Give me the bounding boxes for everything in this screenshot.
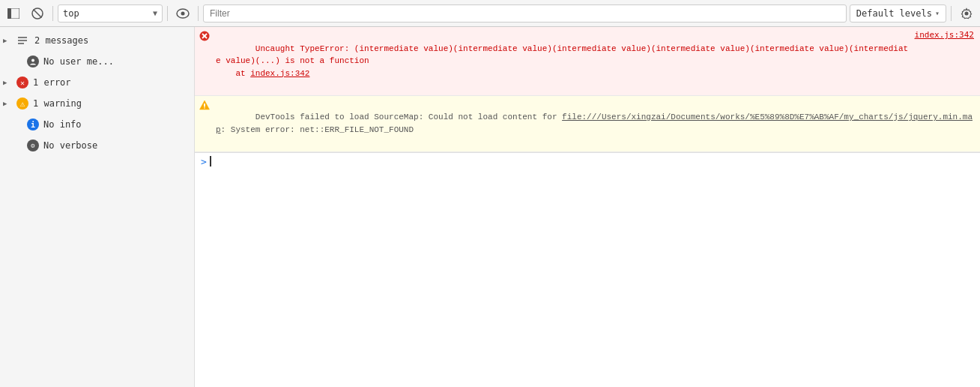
error-text-prefix: Uncaught TypeError: (intermediate value)… <box>216 44 908 78</box>
errors-arrow-icon: ▶ <box>3 79 12 86</box>
divider-2 <box>167 6 168 21</box>
divider-3 <box>198 6 199 21</box>
user-messages-label: No user me... <box>43 56 114 67</box>
messages-count: 2 messages <box>34 35 88 46</box>
errors-label: 1 error <box>33 77 71 88</box>
warnings-arrow-icon: ▶ <box>3 100 12 107</box>
messages-arrow-icon: ▶ <box>3 37 12 44</box>
svg-point-16 <box>204 107 205 109</box>
sidebar-item-warnings[interactable]: ▶ ⚠ 1 warning <box>0 93 194 114</box>
svg-rect-1 <box>7 8 11 19</box>
levels-label: Default levels <box>856 8 932 19</box>
error-circle-icon <box>198 31 211 44</box>
console-input-line: > <box>195 152 980 170</box>
sidebar-item-user-messages[interactable]: No user me... <box>0 51 194 72</box>
error-message-text: Uncaught TypeError: (intermediate value)… <box>216 30 910 92</box>
warning-message-block: DevTools failed to load SourceMap: Could… <box>195 96 980 152</box>
sidebar-item-messages[interactable]: ▶ 2 messages <box>0 30 194 51</box>
svg-point-6 <box>965 11 969 15</box>
verbose-label: No verbose <box>43 140 97 151</box>
no-icon-button[interactable] <box>27 3 48 24</box>
warning-text-prefix: DevTools failed to load SourceMap: Could… <box>255 112 562 122</box>
settings-button[interactable] <box>956 3 977 24</box>
warning-triangle-icon <box>198 100 211 112</box>
warning-message-text: DevTools failed to load SourceMap: Could… <box>216 99 974 148</box>
warnings-label: 1 warning <box>33 98 82 109</box>
error-icon: ✕ <box>16 76 28 88</box>
divider-1 <box>52 6 53 21</box>
console-cursor <box>210 156 211 166</box>
context-selector[interactable]: top ▼ <box>58 4 163 22</box>
console-content: Uncaught TypeError: (intermediate value)… <box>195 27 980 387</box>
verbose-icon: ⚙ <box>27 140 39 152</box>
messages-icon <box>16 34 28 46</box>
warning-text-suffix: : System error: net::ERR_FILE_NOT_FOUND <box>221 125 414 134</box>
main-layout: ▶ 2 messages No user me... ▶ ✕ <box>0 27 980 387</box>
warning-icon: ⚠ <box>16 98 28 110</box>
svg-line-3 <box>34 9 42 17</box>
error-location[interactable]: index.js:342 <box>915 30 974 40</box>
svg-point-10 <box>31 59 34 62</box>
sidebar-item-verbose[interactable]: ⚙ No verbose <box>0 135 194 156</box>
sidebar-item-errors[interactable]: ▶ ✕ 1 error <box>0 72 194 93</box>
toolbar: top ▼ Default levels ▾ <box>0 0 980 27</box>
sidebar-item-info[interactable]: i No info <box>0 114 194 135</box>
user-icon <box>27 56 39 68</box>
info-icon: i <box>27 118 39 130</box>
levels-arrow: ▾ <box>935 9 940 17</box>
divider-4 <box>951 6 952 21</box>
error-message-block: Uncaught TypeError: (intermediate value)… <box>195 27 980 96</box>
console-prompt: > <box>201 156 207 167</box>
eye-button[interactable] <box>172 3 193 24</box>
sidebar-toggle-button[interactable] <box>3 3 24 24</box>
filter-input[interactable] <box>203 4 847 22</box>
sidebar: ▶ 2 messages No user me... ▶ ✕ <box>0 27 195 387</box>
context-arrow: ▼ <box>153 9 157 17</box>
context-value: top <box>63 8 79 19</box>
levels-button[interactable]: Default levels ▾ <box>850 4 946 22</box>
svg-point-5 <box>181 11 185 15</box>
error-link[interactable]: index.js:342 <box>250 69 309 78</box>
info-label: No info <box>43 119 82 130</box>
